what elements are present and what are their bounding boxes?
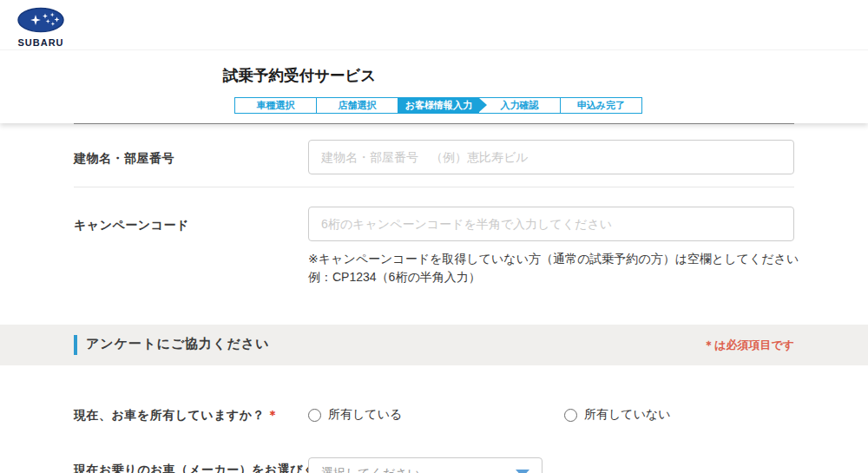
- campaign-label: キャンペーンコード: [74, 218, 189, 233]
- required-note: ＊は必須項目です: [703, 338, 794, 353]
- radio-button-icon[interactable]: [308, 409, 321, 422]
- survey-section-band: アンケートにご協力ください ＊は必須項目です: [0, 325, 868, 365]
- radio-button-icon[interactable]: [564, 409, 577, 422]
- survey-heading: アンケートにご協力ください: [86, 336, 270, 352]
- step-customer-info[interactable]: お客様情報入力: [398, 98, 479, 113]
- step-input-confirm[interactable]: 入力確認: [479, 98, 561, 113]
- building-input[interactable]: [308, 140, 794, 174]
- progress-steps: 車種選択 店舗選択 お客様情報入力 入力確認 申込み完了: [234, 97, 642, 114]
- radio-label: 所有していない: [584, 407, 671, 423]
- step-car-select[interactable]: 車種選択: [235, 98, 317, 113]
- car-maker-select[interactable]: 選択してください: [308, 457, 542, 473]
- own-car-question-text: 現在、お車を所有していますか？: [74, 408, 265, 422]
- own-car-question-label: 現在、お車を所有していますか？＊: [74, 408, 279, 424]
- campaign-note-line1: ※キャンペーンコードを取得していない方（通常の試乗予約の方）は空欄としてください: [308, 250, 829, 268]
- subaru-logo-icon: [16, 21, 65, 36]
- step-complete[interactable]: 申込み完了: [561, 98, 641, 113]
- building-label: 建物名・部屋番号: [74, 151, 174, 167]
- page-title: 試乗予約受付サービス: [223, 65, 376, 86]
- chevron-down-icon: [516, 470, 529, 473]
- step-store-select[interactable]: 店舗選択: [317, 98, 398, 113]
- required-asterisk: ＊: [266, 408, 279, 422]
- campaign-note-line2: 例：CP1234（6桁の半角入力）: [308, 268, 829, 286]
- content-top-divider: [74, 123, 794, 124]
- campaign-note: ※キャンペーンコードを取得していない方（通常の試乗予約の方）は空欄としてください…: [308, 250, 829, 286]
- form-content: 建物名・部屋番号 キャンペーンコード ※キャンペーンコードを取得していない方（通…: [0, 123, 868, 473]
- radio-option-no-car[interactable]: 所有していない: [564, 407, 671, 423]
- section-accent-bar: [74, 335, 77, 355]
- app-header: SUBARU 試乗予約受付サービス 車種選択 店舗選択 お客様情報入力 入力確認…: [0, 0, 868, 123]
- subaru-logo-link[interactable]: SUBARU: [14, 7, 68, 48]
- select-placeholder-text: 選択してください: [321, 466, 420, 473]
- page: SUBARU 試乗予約受付サービス 車種選択 店舗選択 お客様情報入力 入力確認…: [0, 0, 868, 473]
- topbar-divider: [0, 49, 868, 50]
- row-divider: [74, 187, 794, 187]
- campaign-input[interactable]: [308, 207, 794, 241]
- subaru-wordmark: SUBARU: [14, 37, 68, 48]
- radio-label: 所有している: [328, 407, 402, 423]
- radio-option-owns-car[interactable]: 所有している: [308, 407, 402, 423]
